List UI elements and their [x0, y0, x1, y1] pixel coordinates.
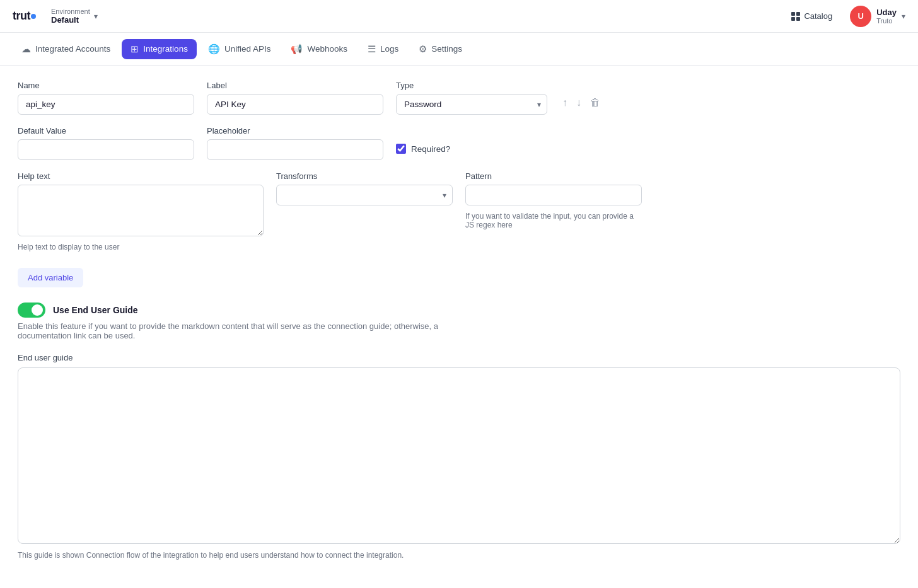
logo-dot [31, 14, 36, 19]
label-field-group: Label [207, 81, 383, 115]
add-variable-button[interactable]: Add variable [18, 268, 83, 287]
nav-label-settings: Settings [431, 44, 462, 54]
delete-button[interactable]: 🗑 [588, 95, 603, 111]
form-row-1: Name Label Type Password Text Number Ema… [18, 81, 900, 115]
move-down-button[interactable]: ↓ [574, 95, 584, 111]
default-value-input[interactable] [18, 139, 194, 160]
guide-label: End user guide [18, 353, 900, 362]
top-bar: trut Environment Default ▾ Catalog U Uda… [0, 0, 918, 33]
toggle-section: Use End User Guide Enable this feature i… [18, 303, 900, 340]
chevron-down-icon: ▾ [94, 12, 98, 21]
top-bar-right: Catalog U Uday Truto ▾ [784, 6, 905, 27]
catalog-button[interactable]: Catalog [784, 8, 840, 25]
nav-item-unified-apis[interactable]: 🌐 Unified APIs [199, 39, 280, 59]
label-input[interactable] [207, 94, 383, 115]
transforms-select[interactable] [276, 185, 453, 205]
grid-nav-icon: ⊞ [131, 43, 139, 55]
guide-textarea[interactable] [18, 367, 900, 544]
nav-label-integrated-accounts: Integrated Accounts [35, 44, 110, 54]
name-input[interactable] [18, 94, 194, 115]
cloud-icon: ☁ [21, 43, 31, 55]
list-icon: ☰ [368, 43, 376, 55]
globe-icon: 🌐 [208, 43, 220, 55]
helptext-label: Help text [18, 171, 264, 181]
nav-item-webhooks[interactable]: 📢 Webhooks [282, 39, 356, 59]
helptext-group: Help text Help text to display to the us… [18, 171, 264, 251]
form-row-2: Default Value Placeholder Required? [18, 126, 900, 160]
type-field-group: Type Password Text Number Email URL ▾ [396, 81, 547, 115]
avatar: U [850, 6, 871, 27]
toggle-slider [18, 303, 45, 318]
name-field-group: Name [18, 81, 194, 115]
env-value: Default [51, 15, 90, 25]
transforms-group: Transforms ▾ [276, 171, 453, 205]
nav-label-logs: Logs [380, 44, 398, 54]
nav-item-integrations[interactable]: ⊞ Integrations [122, 39, 197, 59]
helptext-hint: Help text to display to the user [18, 243, 264, 251]
grid-icon [791, 12, 800, 21]
env-info: Environment Default [51, 8, 90, 25]
default-value-label: Default Value [18, 126, 194, 135]
pattern-label: Pattern [465, 171, 642, 181]
env-label: Environment [51, 8, 90, 15]
toggle-description: Enable this feature if you want to provi… [18, 321, 459, 340]
type-label: Type [396, 81, 547, 90]
top-bar-left: trut Environment Default ▾ [13, 5, 103, 27]
transforms-label: Transforms [276, 171, 453, 181]
logo[interactable]: trut [13, 9, 36, 23]
label-label: Label [207, 81, 383, 90]
type-select[interactable]: Password Text Number Email URL [396, 94, 547, 115]
nav-item-logs[interactable]: ☰ Logs [359, 39, 407, 59]
placeholder-group: Placeholder [207, 126, 383, 160]
type-select-wrapper: Password Text Number Email URL ▾ [396, 94, 547, 115]
placeholder-input[interactable] [207, 139, 383, 160]
toggle-title: Use End User Guide [53, 305, 138, 315]
secondary-nav: ☁ Integrated Accounts ⊞ Integrations 🌐 U… [0, 33, 918, 66]
main-content: Name Label Type Password Text Number Ema… [0, 66, 918, 575]
required-checkbox[interactable] [396, 144, 406, 154]
guide-section: End user guide [18, 353, 900, 546]
nav-item-settings[interactable]: ⚙ Settings [410, 39, 471, 59]
user-chevron-icon: ▾ [902, 12, 905, 21]
transforms-select-wrapper: ▾ [276, 185, 453, 205]
logo-text: trut [13, 9, 30, 23]
toggle-switch[interactable] [18, 303, 45, 318]
row-actions: ↑ ↓ 🗑 [560, 81, 603, 111]
nav-label-unified-apis: Unified APIs [224, 44, 271, 54]
user-menu[interactable]: U Uday Truto ▾ [850, 6, 905, 27]
settings-icon: ⚙ [419, 43, 427, 55]
helptext-input[interactable] [18, 185, 264, 236]
move-up-button[interactable]: ↑ [560, 95, 570, 111]
user-name: Uday [876, 8, 897, 17]
default-value-group: Default Value [18, 126, 194, 160]
toggle-row: Use End User Guide [18, 303, 900, 318]
user-info: Uday Truto [876, 8, 897, 25]
name-label: Name [18, 81, 194, 90]
user-company: Truto [876, 17, 897, 25]
required-label: Required? [411, 144, 450, 154]
catalog-label: Catalog [804, 11, 832, 21]
webhook-icon: 📢 [291, 43, 303, 55]
pattern-hint: If you want to validate the input, you c… [465, 212, 642, 229]
nav-label-webhooks: Webhooks [307, 44, 347, 54]
guide-footer: This guide is shown Connection flow of t… [18, 551, 900, 560]
nav-item-integrated-accounts[interactable]: ☁ Integrated Accounts [13, 39, 119, 59]
pattern-group: Pattern If you want to validate the inpu… [465, 171, 642, 229]
environment-selector[interactable]: Environment Default ▾ [46, 5, 103, 27]
form-row-3: Help text Help text to display to the us… [18, 171, 900, 251]
nav-label-integrations: Integrations [143, 44, 188, 54]
placeholder-label: Placeholder [207, 126, 383, 135]
pattern-input[interactable] [465, 185, 642, 205]
required-group: Required? [396, 126, 450, 154]
